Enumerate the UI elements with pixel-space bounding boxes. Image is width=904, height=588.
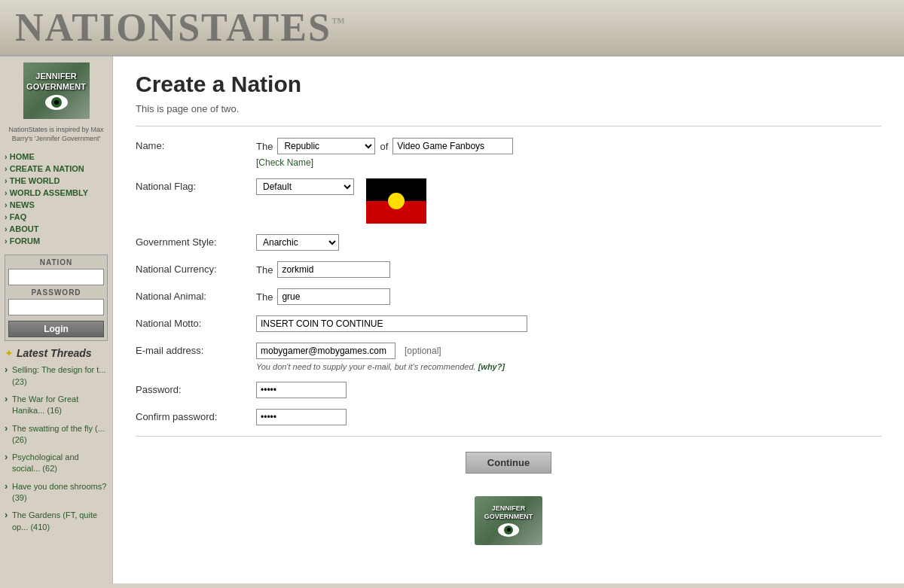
govt-label: Government Style: (136, 234, 256, 248)
thread-item: The swatting of the fly (... (26) (5, 422, 108, 446)
currency-field: The (256, 261, 723, 278)
site-header: NationStates™ (0, 0, 904, 56)
flag-circle (388, 193, 405, 209)
confirm-label: Confirm password: (136, 409, 256, 422)
currency-input[interactable] (277, 261, 390, 278)
password-input[interactable] (256, 382, 347, 398)
continue-row: Continue (136, 452, 881, 474)
govt-style-select[interactable]: Anarchic Democratic Republic Monarchy Di… (256, 234, 339, 251)
password-field-row (256, 382, 347, 398)
password-label: PASSWORD (8, 288, 104, 297)
currency-prefix: The (256, 264, 273, 276)
latest-threads-section: ✦ Latest Threads Selling: The design for… (5, 347, 108, 532)
create-nation-form: Name: The Republic Kingdom Empire Federa… (136, 138, 723, 425)
email-optional-label: [optional] (405, 346, 441, 356)
continue-button[interactable]: Continue (466, 452, 551, 474)
nation-name-input[interactable] (392, 138, 513, 154)
thread-item: The Gardens (FT, quite op... (410) (5, 509, 108, 532)
sidebar-item-world-assembly[interactable]: WORLD ASSEMBLY (5, 187, 108, 199)
flag-field-row: Default Custom (256, 178, 426, 224)
why-link[interactable]: [why?] (478, 362, 505, 371)
name-field: The Republic Kingdom Empire Federation C… (256, 138, 723, 168)
bottom-logo-iris (507, 528, 511, 532)
motto-row: National Motto: (136, 315, 723, 332)
bottom-jennifer-govt-logo: JENNIFERGOVERNMENT (475, 496, 542, 545)
name-type-select[interactable]: Republic Kingdom Empire Federation Commo… (277, 138, 375, 154)
sidebar-item-the-world[interactable]: THE WORLD (5, 175, 108, 187)
motto-field (256, 315, 723, 332)
govt-field-row: Anarchic Democratic Republic Monarchy Di… (256, 234, 339, 251)
thread-link-6[interactable]: The Gardens (FT, quite op... (410) (12, 510, 97, 531)
confirm-password-input[interactable] (256, 409, 347, 425)
check-name-link[interactable]: [Check Name] (256, 157, 313, 168)
nation-login-box: NATION PASSWORD Login (5, 254, 108, 341)
email-field: [optional] You don't need to supply your… (256, 343, 723, 371)
email-field-row: [optional] (256, 343, 441, 359)
bottom-logo-pupil (504, 526, 513, 535)
thread-link-2[interactable]: The War for Great Hanika... (16) (12, 395, 78, 415)
main-content: Create a Nation This is page one of two.… (113, 56, 904, 583)
sidebar-item-forum[interactable]: FORUM (5, 235, 108, 247)
site-title-text: NationStates (15, 6, 331, 49)
jg-logo-text: JENNIFERGOVERNMENT (26, 72, 86, 91)
login-button[interactable]: Login (8, 321, 104, 337)
thread-link-5[interactable]: Have you done shrooms? (39) (12, 482, 106, 502)
animal-input[interactable] (277, 288, 390, 305)
jg-logo-iris (54, 100, 59, 105)
animal-row: National Animal: The (136, 288, 723, 305)
name-of-text: of (380, 141, 388, 152)
thread-item: Selling: The design for t... (23) (5, 364, 108, 387)
thread-item: The War for Great Hanika... (16) (5, 393, 108, 416)
flag-field: Default Custom (256, 178, 723, 224)
sidebar: JENNIFERGOVERNMENT NationStates is inspi… (0, 56, 113, 583)
sidebar-item-create-nation[interactable]: CREATE A NATION (5, 163, 108, 175)
email-note-row: You don't need to supply your e-mail, bu… (256, 362, 505, 371)
flag-select[interactable]: Default Custom (256, 178, 354, 195)
motto-input[interactable] (256, 315, 527, 332)
sidebar-item-news[interactable]: NEWS (5, 199, 108, 211)
thread-item: Have you done shrooms? (39) (5, 480, 108, 504)
nation-label: NATION (8, 258, 104, 267)
email-input[interactable] (256, 343, 396, 359)
email-row: E-mail address: [optional] You don't nee… (136, 343, 723, 371)
confirm-field (256, 409, 723, 425)
password-input[interactable] (8, 299, 104, 315)
divider-bottom (136, 436, 881, 437)
name-prefix: The (256, 141, 273, 152)
currency-row: National Currency: The (136, 261, 723, 278)
name-label: Name: (136, 138, 256, 151)
thread-item: Psychological and social... (62) (5, 451, 108, 474)
email-note: You don't need to supply your e-mail, bu… (256, 362, 505, 371)
animal-prefix: The (256, 291, 273, 303)
animal-field-row: The (256, 288, 390, 305)
sidebar-item-faq[interactable]: FAQ (5, 211, 108, 223)
confirm-password-row: Confirm password: (136, 409, 723, 425)
jennifer-government-logo: JENNIFERGOVERNMENT (23, 62, 90, 119)
thread-link-3[interactable]: The swatting of the fly (... (26) (12, 424, 105, 444)
tm-symbol: ™ (331, 15, 347, 30)
name-row: Name: The Republic Kingdom Empire Federa… (136, 138, 723, 168)
latest-threads-header: ✦ Latest Threads (5, 347, 108, 359)
page-title: Create a Nation (136, 72, 881, 97)
confirm-field-row (256, 409, 347, 425)
sidebar-item-home[interactable]: HOME (5, 151, 108, 163)
flag-preview (366, 178, 426, 224)
currency-label: National Currency: (136, 261, 256, 275)
name-field-row: The Republic Kingdom Empire Federation C… (256, 138, 513, 154)
sidebar-tagline: NationStates is inspired by Max Barry's … (5, 126, 108, 143)
animal-field: The (256, 288, 723, 305)
check-name-row: [Check Name] (256, 157, 313, 168)
motto-label: National Motto: (136, 315, 256, 329)
page-subtitle: This is page one of two. (136, 103, 881, 114)
password-field (256, 382, 723, 398)
divider-top (136, 126, 881, 126)
thread-link-1[interactable]: Selling: The design for t... (23) (12, 365, 106, 385)
site-title: NationStates™ (15, 5, 347, 50)
password-label: Password: (136, 382, 256, 395)
sidebar-item-about[interactable]: ABOUT (5, 223, 108, 235)
nation-input[interactable] (8, 269, 104, 285)
threads-title: Latest Threads (17, 347, 92, 359)
govt-field: Anarchic Democratic Republic Monarchy Di… (256, 234, 723, 251)
flag-row: National Flag: Default Custom (136, 178, 723, 224)
thread-link-4[interactable]: Psychological and social... (62) (12, 452, 79, 473)
